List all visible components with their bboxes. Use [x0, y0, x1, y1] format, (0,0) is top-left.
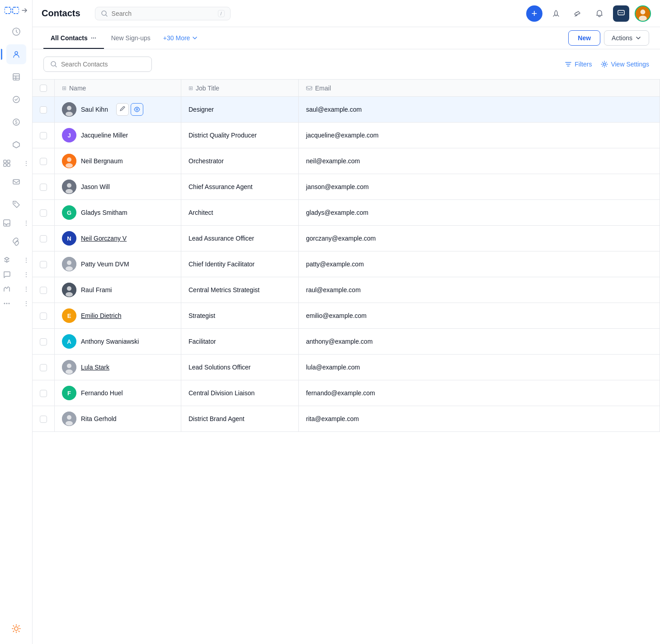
view-settings-button[interactable]: View Settings — [601, 61, 649, 68]
search-contacts-input[interactable] — [61, 61, 145, 68]
row-name-cell: FFernando Huel — [55, 380, 181, 406]
chat-button[interactable] — [613, 5, 629, 22]
th-email-icon — [306, 85, 312, 91]
row-name-cell: Raul Frami — [55, 277, 181, 303]
more-dots-icon: ⋮ — [23, 300, 29, 307]
row-name-cell: AAnthony Swaniawski — [55, 329, 181, 355]
filters-button[interactable]: Filters — [565, 61, 592, 68]
svg-rect-1 — [13, 7, 19, 14]
row-checkbox-5[interactable] — [40, 209, 47, 217]
svg-point-19 — [6, 303, 8, 304]
row-view-button[interactable] — [131, 103, 143, 116]
global-search-input[interactable] — [112, 10, 214, 17]
sidebar-item-links[interactable] — [6, 232, 26, 251]
toolbar: Filters View Settings — [33, 49, 660, 79]
app-logo[interactable] — [5, 5, 28, 15]
contact-name-text[interactable]: Emilio Dietrich — [81, 312, 121, 319]
svg-point-45 — [66, 189, 73, 194]
tabs-bar: All Contacts New Sign-ups +30 More New A… — [33, 27, 660, 49]
chevron-down-icon — [192, 35, 198, 41]
th-email: Email — [299, 80, 660, 97]
table-row: JJacqueline MillerDistrict Quality Produ… — [33, 123, 660, 148]
contact-name-text[interactable]: Neil Gorczany V — [81, 235, 127, 242]
svg-point-48 — [66, 266, 73, 271]
sidebar-item-dashboard[interactable] — [6, 22, 26, 42]
svg-point-30 — [91, 38, 92, 38]
sidebar-item-contacts[interactable] — [6, 44, 26, 64]
sidebar-item-chat[interactable]: ⋮ — [0, 269, 32, 280]
sidebar-item-inbox[interactable]: ⋮ — [0, 217, 32, 229]
svg-rect-0 — [5, 7, 11, 14]
row-checkbox-11[interactable] — [40, 364, 47, 371]
svg-point-50 — [67, 286, 71, 291]
sidebar-item-settings[interactable] — [6, 619, 26, 639]
select-all-checkbox[interactable] — [40, 85, 47, 92]
table-row: EEmilio DietrichStrategistemilio@example… — [33, 303, 660, 329]
row-checkbox-6[interactable] — [40, 235, 47, 242]
sidebar-item-apps[interactable]: ⋮ — [0, 157, 32, 169]
bell-icon-button[interactable] — [591, 5, 608, 22]
actions-button[interactable]: Actions — [604, 30, 649, 46]
contact-name-text: Fernando Huel — [81, 389, 123, 397]
th-name-icon: ⊞ — [62, 85, 66, 91]
tab-new-signups[interactable]: New Sign-ups — [104, 27, 158, 49]
sidebar-bottom — [0, 619, 33, 639]
sidebar-item-analytics[interactable]: ⋮ — [0, 283, 32, 295]
svg-point-31 — [93, 38, 94, 38]
tab-more[interactable]: +30 More — [158, 27, 204, 49]
row-checkbox-9[interactable] — [40, 313, 47, 320]
row-checkbox-10[interactable] — [40, 338, 47, 346]
new-button[interactable]: New — [568, 30, 600, 46]
sidebar-item-products[interactable] — [6, 135, 26, 155]
main-content: Contacts / + — [33, 0, 660, 644]
row-checkbox-12[interactable] — [40, 390, 47, 397]
contact-name-text: Jacqueline Miller — [81, 132, 128, 139]
row-checkbox-4[interactable] — [40, 184, 47, 191]
th-job-icon: ⊞ — [189, 85, 193, 91]
contact-avatar — [62, 412, 76, 426]
row-checkbox-3[interactable] — [40, 158, 47, 165]
sidebar-item-table[interactable] — [6, 67, 26, 87]
search-contacts-bar[interactable] — [43, 57, 152, 72]
svg-point-51 — [66, 292, 73, 297]
table-row: Rita GerholdDistrict Brand Agentrita@exa… — [33, 406, 660, 432]
contact-avatar — [62, 180, 76, 194]
row-email-cell: gladys@example.com — [299, 200, 660, 226]
filter-icon — [565, 61, 572, 68]
row-job-title-cell: Orchestrator — [181, 148, 299, 174]
contact-avatar — [62, 154, 76, 168]
contact-name-text[interactable]: Lula Stark — [81, 364, 109, 371]
row-checkbox-cell — [33, 148, 55, 174]
add-button[interactable]: + — [526, 5, 542, 22]
svg-point-54 — [66, 369, 73, 374]
row-email-cell: fernando@example.com — [299, 380, 660, 406]
contact-avatar: G — [62, 205, 76, 220]
row-checkbox-cell — [33, 355, 55, 380]
global-search-bar[interactable]: / — [95, 7, 231, 20]
row-name-cell: Jason Will — [55, 174, 181, 200]
row-checkbox-8[interactable] — [40, 287, 47, 294]
row-email-cell: gorczany@example.com — [299, 226, 660, 251]
contact-name-text: Jason Will — [81, 183, 110, 190]
sidebar-item-tags[interactable] — [6, 194, 26, 214]
sidebar-item-billing[interactable]: $ — [6, 112, 26, 132]
row-checkbox-7[interactable] — [40, 261, 47, 268]
user-avatar[interactable] — [635, 5, 651, 22]
row-checkbox-1[interactable] — [40, 106, 47, 114]
row-checkbox-2[interactable] — [40, 132, 47, 139]
sidebar-item-tasks[interactable] — [6, 90, 26, 109]
row-checkbox-13[interactable] — [40, 416, 47, 423]
sidebar-item-more[interactable]: ⋮ — [0, 298, 32, 309]
rocket-icon-button[interactable] — [548, 5, 564, 22]
svg-text:$: $ — [15, 120, 18, 125]
tab-all-contacts[interactable]: All Contacts — [43, 27, 104, 49]
sidebar-item-mail[interactable] — [6, 172, 26, 192]
svg-point-25 — [621, 12, 622, 13]
row-edit-button[interactable] — [116, 103, 129, 116]
tools-icon-button[interactable] — [570, 5, 586, 22]
sidebar-item-broadcast[interactable]: ⋮ — [0, 254, 32, 266]
table-row: Neil BergnaumOrchestratorneil@example.co… — [33, 148, 660, 174]
contact-avatar: F — [62, 386, 76, 400]
svg-point-20 — [9, 303, 10, 304]
row-job-title-cell: Central Metrics Strategist — [181, 277, 299, 303]
